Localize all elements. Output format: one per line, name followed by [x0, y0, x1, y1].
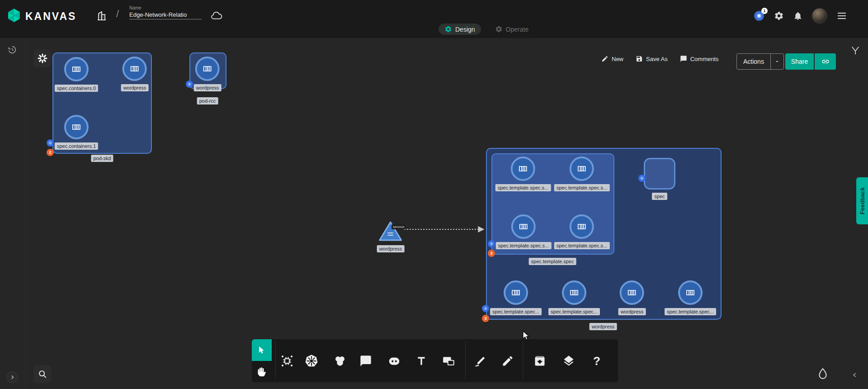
new-design-button[interactable]: New [601, 55, 623, 62]
service-triangle-icon [378, 220, 403, 242]
container-icon [511, 157, 535, 181]
group-spec-template-spec-label[interactable]: spec.template.spec [529, 258, 576, 265]
save-as-label: Save As [646, 56, 668, 62]
copy-link-button[interactable] [815, 53, 836, 70]
node-template-spec-a[interactable]: spec.template.spec.s... [495, 157, 551, 191]
container-icon [64, 115, 89, 139]
node-label: wordpress [618, 308, 646, 315]
node-spec-containers-1[interactable]: spec.containers.1 [55, 115, 98, 150]
comments-button[interactable]: Comments [680, 55, 719, 62]
edge-pencil-tool[interactable] [474, 355, 487, 367]
hamburger-menu-icon[interactable] [836, 10, 847, 21]
link-icon [821, 57, 830, 66]
cloud-sync-icon[interactable] [210, 11, 222, 21]
tab-design[interactable]: Design [439, 24, 481, 35]
node-template-spec-b[interactable]: spec.template.spec.s... [554, 157, 610, 191]
notification-count-badge: 1 [761, 8, 768, 14]
select-cursor-tool[interactable] [252, 339, 272, 361]
kanvas-app: KANVAS / Name Design Operate [0, 0, 868, 389]
expand-left-panel-button[interactable] [6, 371, 18, 383]
share-button[interactable]: Share [785, 53, 814, 70]
comment-tool[interactable] [359, 355, 372, 367]
kubernetes-badge [638, 175, 646, 182]
tab-operate-label: Operate [506, 26, 529, 33]
node-wordpress-row[interactable]: wordpress [618, 280, 646, 315]
node-label: wordpress [194, 84, 222, 91]
archive-tool[interactable] [533, 355, 546, 367]
kubernetes-wheel-icon [305, 354, 318, 368]
comments-label: Comments [690, 56, 719, 62]
chevron-down-icon[interactable] [770, 54, 783, 69]
node-spec[interactable]: spec [644, 158, 675, 200]
node-label: spec.template.spec.s... [554, 184, 610, 191]
tab-design-label: Design [455, 26, 475, 33]
provider-badge-icon[interactable]: 1 [753, 10, 765, 22]
user-avatar[interactable] [812, 8, 827, 24]
design-name-input[interactable] [129, 10, 202, 19]
save-as-button[interactable]: Save As [636, 55, 668, 62]
error-count-badge[interactable]: 3 [482, 315, 489, 322]
actions-dropdown-button[interactable]: Actions [736, 53, 784, 70]
node-template-spec-d[interactable]: spec.template.spec.s... [554, 214, 610, 249]
node-wordpress-pod-rcc[interactable]: wordpress [194, 57, 222, 91]
node-template-row-a[interactable]: spec.template.spec... [490, 280, 542, 315]
ink-drop-button[interactable] [816, 367, 829, 380]
node-spec-containers-0[interactable]: spec.containers.0 [55, 57, 98, 92]
pan-hand-tool[interactable] [256, 366, 267, 377]
new-label: New [612, 56, 623, 62]
container-icon [123, 57, 147, 81]
text-tool[interactable] [415, 355, 427, 367]
container-icon [678, 280, 703, 305]
design-actions-toolbar: New Save As Comments [601, 55, 719, 62]
kubernetes-tool[interactable] [305, 354, 318, 368]
magnifier-icon [38, 369, 47, 379]
node-template-spec-c[interactable]: spec.template.spec.s... [496, 214, 552, 249]
dock-divider [465, 341, 466, 380]
organization-icon[interactable] [96, 10, 107, 21]
component-chip-tool[interactable] [280, 354, 294, 368]
container-icon [570, 157, 594, 181]
node-label: spec [652, 193, 667, 200]
rectangle-tool[interactable] [442, 354, 455, 368]
edge-label: service [392, 224, 406, 229]
node-wordpress-pod-skd[interactable]: wordpress [121, 57, 149, 91]
group-pod-rcc-label[interactable]: pod-rcc [197, 97, 218, 104]
shapes-tool[interactable] [333, 354, 347, 368]
service-edge[interactable] [397, 223, 487, 236]
hierarchy-y-icon[interactable] [850, 45, 860, 55]
collapse-right-panel-button[interactable] [852, 372, 858, 378]
left-panel-divider [25, 38, 26, 389]
group-wordpress-label[interactable]: wordpress [590, 323, 617, 330]
breadcrumb-slash: / [116, 8, 119, 20]
freehand-pencil-tool[interactable] [501, 355, 514, 367]
feedback-label: Feedback [859, 187, 866, 214]
hand-icon [256, 366, 267, 377]
error-count-badge[interactable]: 3 [488, 250, 495, 257]
zoom-search-button[interactable] [33, 365, 52, 383]
error-count-badge[interactable]: 2 [47, 149, 54, 156]
group-pod-skd-label[interactable]: pod-skd [91, 155, 113, 162]
feedback-tab[interactable]: Feedback [856, 177, 868, 224]
kanvas-logo-icon[interactable] [6, 8, 22, 23]
doodle-tool[interactable] [387, 354, 401, 368]
drop-icon [816, 367, 829, 380]
node-label: wordpress [121, 84, 149, 91]
help-tool[interactable]: ? [593, 354, 600, 368]
dock-divider [523, 341, 523, 380]
node-label: spec.template.spec... [490, 308, 542, 315]
notifications-bell-icon[interactable] [793, 11, 803, 21]
container-icon [504, 280, 528, 305]
container-icon [562, 280, 586, 305]
save-icon [636, 55, 643, 62]
spec-shape [644, 158, 675, 190]
pencil-icon [601, 55, 609, 62]
components-flower-button[interactable] [33, 49, 52, 67]
container-icon [195, 57, 220, 81]
node-template-row-b[interactable]: spec.template.spec... [548, 280, 600, 315]
node-template-row-d[interactable]: spec.template.spec... [665, 280, 716, 315]
history-icon[interactable] [7, 45, 17, 55]
tab-operate[interactable]: Operate [489, 24, 535, 35]
settings-gear-icon[interactable] [774, 11, 784, 21]
layers-tool[interactable] [562, 355, 575, 367]
header: KANVAS / Name Design Operate [0, 0, 868, 38]
